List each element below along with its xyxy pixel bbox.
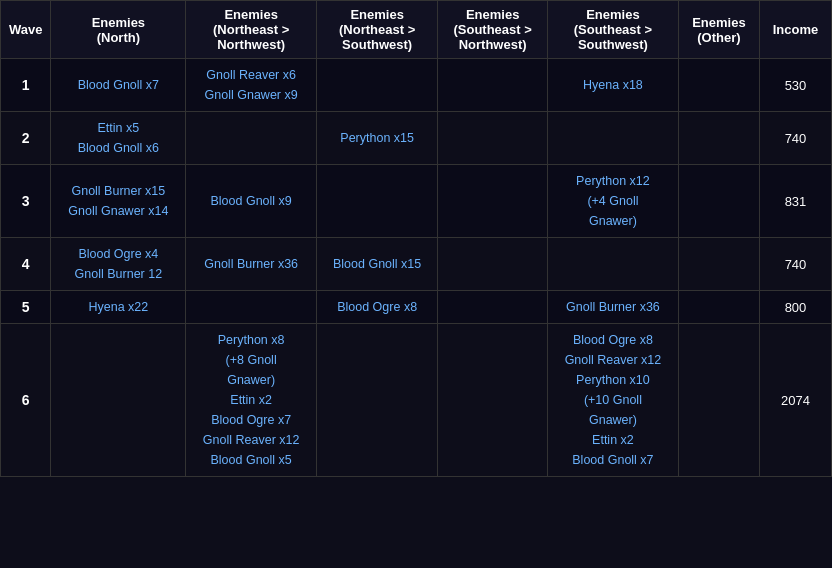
- table-cell: 2074: [759, 324, 831, 477]
- table-cell: 530: [759, 59, 831, 112]
- table-cell: [678, 291, 759, 324]
- table-cell: Gnoll Reaver x6Gnoll Gnawer x9: [186, 59, 317, 112]
- header-north: Enemies(North): [51, 1, 186, 59]
- table-cell: 831: [759, 165, 831, 238]
- table-cell: [317, 324, 438, 477]
- table-cell: [186, 112, 317, 165]
- table-cell: 740: [759, 238, 831, 291]
- table-cell: [317, 165, 438, 238]
- header-ne-nw: Enemies(Northeast >Northwest): [186, 1, 317, 59]
- waves-table: Wave Enemies(North) Enemies(Northeast >N…: [0, 0, 832, 477]
- table-cell: 3: [1, 165, 51, 238]
- table-cell: 6: [1, 324, 51, 477]
- table-cell: Blood Ogre x4Gnoll Burner 12: [51, 238, 186, 291]
- header-wave: Wave: [1, 1, 51, 59]
- header-se-sw: Enemies(Southeast >Southwest): [548, 1, 679, 59]
- table-cell: [438, 59, 548, 112]
- table-cell: [678, 165, 759, 238]
- table-cell: Blood Gnoll x15: [317, 238, 438, 291]
- table-cell: Blood Gnoll x9: [186, 165, 317, 238]
- table-cell: 800: [759, 291, 831, 324]
- table-row: 6Perython x8(+8 GnollGnawer)Ettin x2Bloo…: [1, 324, 832, 477]
- table-cell: Blood Ogre x8Gnoll Reaver x12Perython x1…: [548, 324, 679, 477]
- table-cell: [438, 112, 548, 165]
- header-ne-sw: Enemies(Northeast >Southwest): [317, 1, 438, 59]
- table-cell: [438, 165, 548, 238]
- table-cell: [548, 238, 679, 291]
- table-cell: 2: [1, 112, 51, 165]
- table-cell: [51, 324, 186, 477]
- table-cell: Gnoll Burner x36: [548, 291, 679, 324]
- table-cell: Blood Gnoll x7: [51, 59, 186, 112]
- table-cell: Gnoll Burner x15Gnoll Gnawer x14: [51, 165, 186, 238]
- table-cell: [317, 59, 438, 112]
- table-cell: 5: [1, 291, 51, 324]
- table-row: 2Ettin x5Blood Gnoll x6Perython x15740: [1, 112, 832, 165]
- table-cell: Perython x15: [317, 112, 438, 165]
- table-cell: Blood Ogre x8: [317, 291, 438, 324]
- header-se-nw: Enemies(Southeast >Northwest): [438, 1, 548, 59]
- table-cell: [548, 112, 679, 165]
- table-cell: Perython x12(+4 GnollGnawer): [548, 165, 679, 238]
- table-cell: Gnoll Burner x36: [186, 238, 317, 291]
- table-cell: [438, 238, 548, 291]
- table-row: 5Hyena x22Blood Ogre x8Gnoll Burner x368…: [1, 291, 832, 324]
- table-cell: 740: [759, 112, 831, 165]
- table-cell: [678, 238, 759, 291]
- table-cell: Hyena x18: [548, 59, 679, 112]
- table-cell: Perython x8(+8 GnollGnawer)Ettin x2Blood…: [186, 324, 317, 477]
- table-cell: [438, 324, 548, 477]
- header-income: Income: [759, 1, 831, 59]
- table-cell: Ettin x5Blood Gnoll x6: [51, 112, 186, 165]
- table-cell: [678, 112, 759, 165]
- table-cell: [678, 59, 759, 112]
- table-cell: [186, 291, 317, 324]
- table-cell: 1: [1, 59, 51, 112]
- header-other: Enemies(Other): [678, 1, 759, 59]
- table-cell: [678, 324, 759, 477]
- table-row: 4Blood Ogre x4Gnoll Burner 12Gnoll Burne…: [1, 238, 832, 291]
- table-cell: [438, 291, 548, 324]
- table-row: 3Gnoll Burner x15Gnoll Gnawer x14Blood G…: [1, 165, 832, 238]
- table-cell: Hyena x22: [51, 291, 186, 324]
- table-row: 1Blood Gnoll x7Gnoll Reaver x6Gnoll Gnaw…: [1, 59, 832, 112]
- table-cell: 4: [1, 238, 51, 291]
